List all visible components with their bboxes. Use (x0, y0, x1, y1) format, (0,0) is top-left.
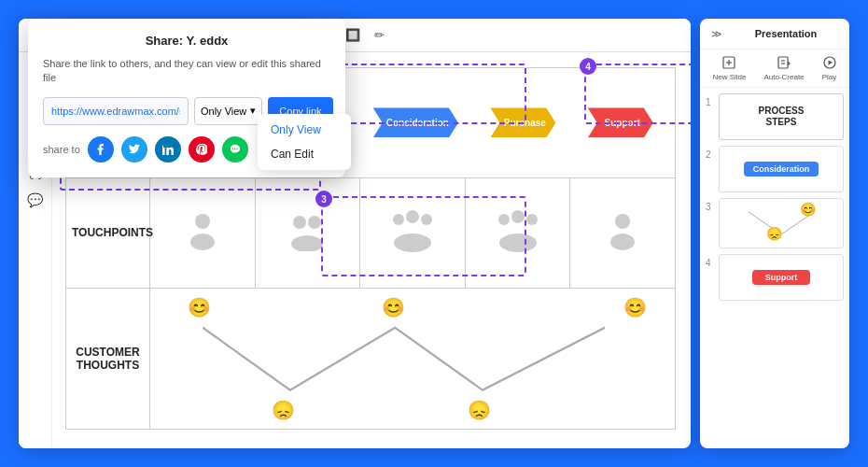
support-badge: Support (752, 270, 811, 285)
expand-panel-icon[interactable]: ≫ (706, 22, 728, 45)
touchpoint-4 (465, 177, 570, 288)
slide-thumb-3[interactable]: 😊 😞 (719, 198, 844, 248)
badge-4: 4 (580, 58, 596, 75)
new-slide-btn[interactable]: New Slide (708, 53, 749, 83)
presentation-title: Presentation (728, 28, 844, 39)
play-btn[interactable]: Play (819, 53, 841, 83)
svg-point-8 (394, 234, 431, 252)
share-dialog-description: Share the link to others, and they can v… (43, 57, 330, 86)
share-to-label: share to (43, 144, 80, 155)
customer-thoughts-row: CUSTOMER THOUGHTS 😊 😊 😊 😞 😞 (66, 288, 676, 429)
sad-face-2: 😞 (468, 399, 491, 421)
step-consideration[interactable]: Consideration (373, 107, 458, 137)
slide-item-3[interactable]: 3 😊 😞 (706, 198, 844, 248)
happy-face-2: 😊 (382, 296, 405, 318)
svg-point-2 (293, 216, 306, 229)
auto-create-btn[interactable]: Auto-Create (760, 53, 807, 83)
svg-point-13 (615, 214, 630, 229)
slide-thumb-4[interactable]: Support (719, 254, 844, 301)
badge-3: 3 (315, 191, 332, 207)
present-icon[interactable]: 💬 (24, 189, 47, 211)
svg-point-11 (526, 214, 538, 225)
line-btn[interactable] (222, 136, 248, 163)
svg-point-7 (421, 214, 432, 225)
customer-thoughts-content: 😊 😊 😊 😞 😞 (150, 288, 676, 429)
svg-text:😞: 😞 (766, 226, 783, 242)
happy-face-3: 😊 (623, 296, 647, 318)
touchpoint-5 (570, 177, 676, 288)
svg-rect-18 (778, 57, 788, 68)
dropdown-only-view[interactable]: Only View (258, 118, 351, 142)
step-purchase[interactable]: Purchase (490, 107, 555, 137)
share-dialog-title: Share: Y. eddx (43, 34, 330, 48)
view-mode-select[interactable]: Only View ▾ (194, 97, 262, 125)
twitter-btn[interactable] (121, 136, 147, 163)
touchpoint-2 (255, 177, 360, 288)
view-mode-dropdown: Only View Can Edit (258, 114, 351, 170)
slide-thumb-1[interactable]: PROCESS STEPS (719, 93, 844, 140)
dropdown-can-edit[interactable]: Can Edit (258, 142, 351, 166)
svg-point-5 (393, 214, 404, 225)
svg-point-0 (195, 214, 210, 229)
slide-list: 1 PROCESS STEPS 2 Consideration 3 😊 😞 (700, 88, 849, 448)
consideration-badge: Consideration (744, 162, 819, 177)
share-dialog: Share: Y. eddx Share the link to others,… (28, 19, 345, 177)
edit-tool[interactable]: ✏ (368, 24, 390, 47)
svg-point-3 (308, 216, 321, 229)
slide-thumb-2[interactable]: Consideration (719, 146, 844, 192)
linkedin-btn[interactable] (155, 136, 181, 163)
step-support[interactable]: Support (588, 107, 653, 137)
svg-point-4 (291, 235, 323, 251)
touchpoint-3 (360, 177, 466, 288)
customer-thoughts-label: CUSTOMER THOUGHTS (66, 288, 150, 429)
touchpoints-row: TOUCHPOINTS (66, 177, 676, 288)
slide-item-4[interactable]: 4 Support (706, 254, 844, 301)
svg-point-12 (499, 234, 537, 252)
right-panel: ≫ Presentation New Slide (700, 19, 849, 448)
happy-face-1: 😊 (188, 296, 211, 318)
svg-point-9 (498, 214, 510, 225)
facebook-btn[interactable] (88, 136, 114, 163)
sad-face-1: 😞 (272, 399, 295, 421)
svg-point-1 (190, 234, 215, 250)
presentation-toolbar: New Slide Auto-Create Play (700, 50, 849, 88)
svg-marker-22 (828, 61, 833, 65)
touchpoint-1 (150, 177, 256, 288)
share-link-input[interactable] (43, 97, 189, 125)
touchpoints-label: TOUCHPOINTS (66, 177, 150, 288)
slide-item-1[interactable]: 1 PROCESS STEPS (706, 93, 844, 140)
svg-point-14 (610, 234, 635, 250)
svg-point-10 (511, 210, 525, 223)
svg-point-6 (406, 210, 419, 223)
pinterest-btn[interactable] (189, 136, 215, 163)
svg-text:😊: 😊 (800, 203, 817, 218)
slide-item-2[interactable]: 2 Consideration (706, 146, 844, 192)
